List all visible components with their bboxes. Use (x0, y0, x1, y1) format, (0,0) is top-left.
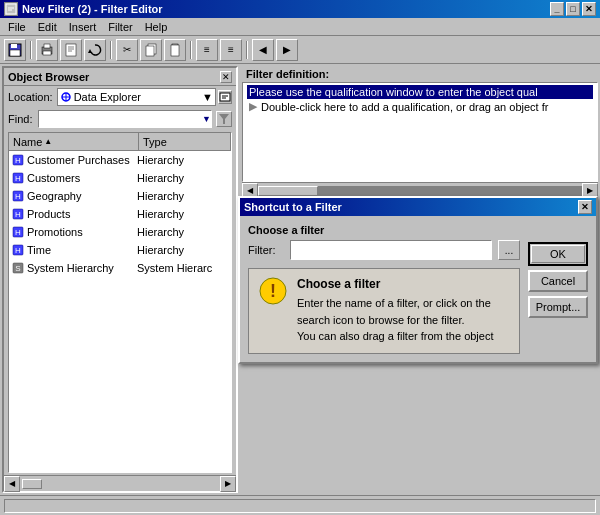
prompt-button[interactable]: Prompt... (528, 296, 588, 318)
row-icon-5: H (11, 243, 25, 257)
menu-filter[interactable]: Filter (102, 19, 138, 35)
svg-text:!: ! (270, 281, 276, 301)
expand-arrow-icon: ▶ (249, 100, 257, 113)
warning-icon-wrap: ! (257, 277, 289, 309)
svg-rect-17 (171, 45, 179, 56)
location-select-wrap[interactable]: Data Explorer ▼ (57, 88, 216, 106)
object-browser-hscrollbar: ◀ ▶ (4, 475, 236, 491)
scroll-thumb[interactable] (22, 479, 42, 489)
svg-text:H: H (15, 210, 21, 219)
toolbar-sep-4 (246, 41, 248, 59)
list-item[interactable]: H Time Hierarchy (9, 241, 231, 259)
title-bar: New Filter (2) - Filter Editor _ □ ✕ (0, 0, 600, 18)
scroll-right-btn[interactable]: ▶ (220, 476, 236, 492)
row-type-5: Hierarchy (137, 244, 229, 256)
col-name-header[interactable]: Name ▲ (9, 133, 139, 150)
dialog-info-text: Enter the name of a filter, or click on … (297, 295, 494, 345)
col-name-label: Name (13, 136, 42, 148)
find-input-wrap[interactable]: ▼ (38, 110, 212, 128)
row-name-3: Products (27, 208, 137, 220)
location-label: Location: (8, 91, 53, 103)
location-action-btn[interactable] (218, 90, 232, 104)
dialog-buttons: OK Cancel Prompt... (528, 242, 588, 318)
menu-help[interactable]: Help (139, 19, 174, 35)
menu-insert[interactable]: Insert (63, 19, 103, 35)
ok-btn-outer: OK (528, 242, 588, 266)
list-item[interactable]: H Customer Purchases Hierarchy (9, 151, 231, 169)
row-icon-2: H (11, 189, 25, 203)
title-bar-left: New Filter (2) - Filter Editor (4, 2, 163, 16)
dialog-title: Shortcut to a Filter (244, 201, 342, 213)
cut-btn[interactable]: ✂ (116, 39, 138, 61)
list-item[interactable]: H Products Hierarchy (9, 205, 231, 223)
copy-btn[interactable] (140, 39, 162, 61)
row-name-1: Customers (27, 172, 137, 184)
minimize-btn[interactable]: _ (550, 2, 564, 16)
tree-header: Name ▲ Type (9, 133, 231, 151)
toolbar-sep-1 (30, 41, 32, 59)
status-bar (0, 495, 600, 515)
row-name-6: System Hierarchy (27, 262, 137, 274)
print-btn[interactable] (36, 39, 58, 61)
location-row: Location: Data Explorer ▼ (4, 86, 236, 108)
filter-line2: ▶ Double-click here to add a qualificati… (247, 99, 593, 114)
svg-text:H: H (15, 192, 21, 201)
svg-rect-9 (66, 44, 76, 56)
filter-scroll-track[interactable] (258, 186, 582, 196)
title-bar-buttons: _ □ ✕ (550, 2, 596, 16)
svg-text:H: H (15, 156, 21, 165)
cancel-button[interactable]: Cancel (528, 270, 588, 292)
svg-marker-24 (219, 114, 229, 124)
dialog-browse-btn[interactable]: ... (498, 240, 520, 260)
save-close-btn[interactable] (4, 39, 26, 61)
dialog-info-content: Choose a filter Enter the name of a filt… (297, 277, 494, 345)
filter-definition-label: Filter definition: (242, 66, 598, 82)
toolbar-sep-3 (190, 41, 192, 59)
filter-line1: Please use the qualification window to e… (247, 85, 593, 99)
list-item[interactable]: H Customers Hierarchy (9, 169, 231, 187)
paste-btn[interactable] (164, 39, 186, 61)
shortcut-filter-dialog: Shortcut to a Filter ✕ Choose a filter F… (238, 196, 598, 364)
svg-rect-4 (11, 44, 17, 48)
location-dropdown-arrow[interactable]: ▼ (202, 91, 213, 103)
row-name-0: Customer Purchases (27, 154, 137, 166)
find-filter-btn[interactable] (216, 111, 232, 127)
row-type-1: Hierarchy (137, 172, 229, 184)
nav-back-btn[interactable]: ◀ (252, 39, 274, 61)
close-btn[interactable]: ✕ (582, 2, 596, 16)
object-browser: Object Browser ✕ Location: Data Explorer… (2, 66, 238, 493)
ok-button[interactable]: OK (531, 245, 585, 263)
menu-bar: File Edit Insert Filter Help (0, 18, 600, 36)
svg-marker-13 (88, 49, 92, 53)
dialog-info-box: ! Choose a filter Enter the name of a fi… (248, 268, 520, 354)
nav-fwd-btn[interactable]: ▶ (276, 39, 298, 61)
object-browser-close[interactable]: ✕ (220, 71, 232, 83)
row-icon-0: H (11, 153, 25, 167)
row-type-6: System Hierarc (137, 262, 229, 274)
find-input[interactable] (39, 113, 202, 125)
dialog-filter-input[interactable] (293, 244, 489, 256)
outdent-btn[interactable]: ≡ (220, 39, 242, 61)
dialog-filter-label: Filter: (248, 244, 284, 256)
menu-edit[interactable]: Edit (32, 19, 63, 35)
menu-file[interactable]: File (2, 19, 32, 35)
list-item[interactable]: H Geography Hierarchy (9, 187, 231, 205)
dialog-info-title: Choose a filter (297, 277, 494, 291)
maximize-btn[interactable]: □ (566, 2, 580, 16)
dialog-filter-input-wrap[interactable] (290, 240, 492, 260)
filter-scroll-thumb[interactable] (258, 186, 318, 196)
svg-rect-15 (146, 46, 154, 56)
scroll-left-btn[interactable]: ◀ (4, 476, 20, 492)
list-item[interactable]: S System Hierarchy System Hierarc (9, 259, 231, 277)
filter-text-area[interactable]: Please use the qualification window to e… (242, 82, 598, 182)
svg-text:H: H (15, 246, 21, 255)
row-name-5: Time (27, 244, 137, 256)
scroll-track[interactable] (22, 479, 218, 489)
list-item[interactable]: H Promotions Hierarchy (9, 223, 231, 241)
refresh-btn[interactable] (84, 39, 106, 61)
svg-rect-8 (43, 51, 51, 55)
indent-btn[interactable]: ≡ (196, 39, 218, 61)
preview-btn[interactable] (60, 39, 82, 61)
col-type-header[interactable]: Type (139, 133, 231, 150)
dialog-close-btn[interactable]: ✕ (578, 200, 592, 214)
